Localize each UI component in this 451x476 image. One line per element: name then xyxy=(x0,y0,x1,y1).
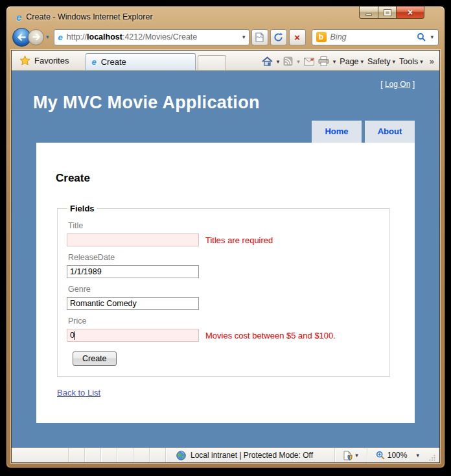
address-bar[interactable]: e http://localhost:4212/Movies/Create ▾ xyxy=(54,29,249,45)
navigation-bar: ▾ e http://localhost:4212/Movies/Create … xyxy=(11,25,440,50)
releasedate-input[interactable] xyxy=(67,265,199,278)
price-input[interactable] xyxy=(67,329,199,342)
privacy-report-button[interactable]: ▾ xyxy=(338,451,364,460)
title-label: Title xyxy=(68,221,380,230)
statusbar-cell xyxy=(150,448,166,462)
genre-label: Genre xyxy=(68,285,380,294)
page-viewport: [ Log On ] My MVC Movie Application Home… xyxy=(12,71,439,447)
intranet-globe-icon xyxy=(176,451,186,460)
statusbar-separator xyxy=(367,448,367,462)
ie-logo-icon: e xyxy=(16,12,21,22)
tab-title: Create xyxy=(101,57,126,67)
title-validation-message: Titles are required xyxy=(205,235,273,245)
forward-arrow-icon xyxy=(32,33,41,41)
zoom-dropdown-icon: ▾ xyxy=(416,452,419,458)
home-button[interactable] xyxy=(262,56,273,66)
back-arrow-icon xyxy=(17,33,27,42)
url-path: :4212/Movies/Create xyxy=(122,32,197,42)
resize-grip[interactable] xyxy=(429,455,435,461)
address-dropdown-icon[interactable]: ▾ xyxy=(242,34,246,40)
app-title: My MVC Movie Application xyxy=(12,91,439,121)
tab-favicon-icon: e xyxy=(91,58,96,66)
url-prefix: http:// xyxy=(67,32,87,42)
toolbar-overflow-chevron[interactable]: » xyxy=(430,56,434,66)
refresh-icon xyxy=(273,32,283,42)
genre-input[interactable] xyxy=(67,297,199,310)
search-icon[interactable] xyxy=(417,32,426,42)
home-dropdown-icon[interactable]: ▾ xyxy=(277,58,280,65)
url-host: localhost xyxy=(87,32,122,42)
logon-link[interactable]: Log On xyxy=(385,80,410,89)
main-content: Create Fields Title Titles are required … xyxy=(36,143,415,423)
read-mail-button[interactable] xyxy=(304,58,314,65)
page-menu-label: Page xyxy=(340,57,358,66)
nav-tab-about[interactable]: About xyxy=(365,121,415,143)
nav-tab-home[interactable]: Home xyxy=(312,121,362,143)
feeds-dropdown-icon[interactable]: ▾ xyxy=(297,58,300,65)
new-tab-button[interactable] xyxy=(198,55,226,70)
home-icon xyxy=(262,56,273,66)
tab-create[interactable]: e Create xyxy=(86,53,196,70)
statusbar-cell xyxy=(101,448,117,462)
print-dropdown-icon[interactable]: ▾ xyxy=(333,58,336,65)
zone-text: Local intranet | Protected Mode: Off xyxy=(191,451,313,460)
page-shield-icon xyxy=(343,451,353,460)
address-url[interactable]: http://localhost:4212/Movies/Create xyxy=(67,32,242,42)
browser-window: e Create - Windows Internet Explorer × ▾ xyxy=(6,6,445,468)
mail-icon xyxy=(304,58,314,65)
refresh-button[interactable] xyxy=(270,29,287,45)
statusbar-cell xyxy=(85,448,101,462)
safety-menu-label: Safety xyxy=(367,57,390,66)
safety-menu-caret-icon: ▾ xyxy=(393,58,396,65)
fieldset-legend: Fields xyxy=(67,204,97,213)
create-submit-button[interactable]: Create xyxy=(73,351,117,366)
minimize-icon xyxy=(365,14,372,16)
search-options-dropdown[interactable]: ▾ xyxy=(430,34,434,40)
statusbar-cell xyxy=(69,448,85,462)
fields-fieldset: Fields Title Titles are required Release… xyxy=(57,204,390,377)
title-bar[interactable]: e Create - Windows Internet Explorer × xyxy=(11,6,440,25)
logon-bracket-open: [ xyxy=(380,80,382,89)
minimize-button[interactable] xyxy=(359,6,378,19)
stop-button[interactable]: × xyxy=(289,29,306,45)
text-cursor xyxy=(75,331,75,340)
security-zone: Local intranet | Protected Mode: Off xyxy=(176,451,334,460)
window-controls: × xyxy=(359,6,424,19)
screenshot-root: e Create - Windows Internet Explorer × ▾ xyxy=(0,0,451,476)
zoom-control[interactable]: 100% ▾ xyxy=(371,451,424,460)
statusbar-cell xyxy=(133,448,150,462)
feeds-button[interactable] xyxy=(283,56,293,66)
search-box[interactable]: b Bing ▾ xyxy=(312,29,439,45)
window-title: Create - Windows Internet Explorer xyxy=(26,12,152,21)
page-menu[interactable]: Page ▾ xyxy=(340,57,364,66)
print-button[interactable] xyxy=(318,56,329,66)
statusbar-separator xyxy=(334,448,335,462)
tools-menu-caret-icon: ▾ xyxy=(420,58,423,65)
favorites-star-icon xyxy=(19,55,30,65)
tools-menu-label: Tools xyxy=(399,57,418,66)
recent-pages-dropdown[interactable]: ▾ xyxy=(46,34,49,40)
tools-menu[interactable]: Tools ▾ xyxy=(399,57,423,66)
forward-button[interactable] xyxy=(28,29,44,45)
privacy-dropdown-icon: ▾ xyxy=(355,452,358,458)
zoom-magnifier-icon xyxy=(376,451,385,460)
price-label: Price xyxy=(68,316,380,326)
status-bar: Local intranet | Protected Mode: Off ▾ xyxy=(12,447,439,462)
zoom-level: 100% xyxy=(387,451,408,460)
close-button[interactable]: × xyxy=(397,6,424,19)
command-bar-buttons: ▾ ▾ xyxy=(262,56,437,70)
safety-menu[interactable]: Safety ▾ xyxy=(367,57,395,66)
bing-logo-icon: b xyxy=(316,32,327,42)
logon-bracket-close: ] xyxy=(413,80,415,89)
title-input[interactable] xyxy=(67,233,199,246)
releasedate-label: ReleaseDate xyxy=(68,253,380,262)
statusbar-right: ▾ 100% ▾ xyxy=(334,448,439,462)
price-validation-message: Movies cost between $5 and $100. xyxy=(205,331,336,340)
command-bar: Favorites e Create ▾ xyxy=(12,51,439,71)
page-icon: e xyxy=(58,33,63,42)
back-to-list-link[interactable]: Back to List xyxy=(57,388,100,398)
favorites-button[interactable]: Favorites xyxy=(14,55,76,70)
maximize-button[interactable] xyxy=(378,6,397,19)
compatibility-view-button[interactable] xyxy=(251,29,268,45)
logon-area: [ Log On ] xyxy=(12,71,439,91)
